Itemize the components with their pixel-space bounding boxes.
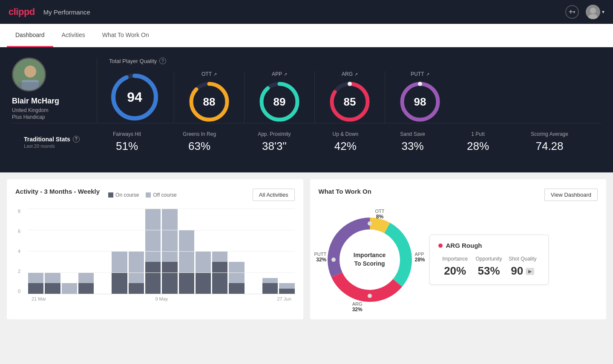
arg-value: 85: [344, 95, 356, 109]
bar-on-course: [78, 283, 94, 294]
bar-group: [112, 209, 127, 294]
info-col-importance: Importance 20%: [438, 256, 472, 278]
bar-group: [229, 209, 244, 294]
bar-off-course: [212, 251, 227, 262]
svg-point-3: [24, 66, 36, 77]
svg-point-23: [404, 258, 408, 262]
all-activities-button[interactable]: All Activities: [253, 189, 295, 201]
stat-scoring: Scoring Average 74.28: [531, 131, 568, 153]
bar-group: [45, 209, 60, 294]
putt-value: 98: [414, 95, 426, 109]
quality-section: Total Player Quality ? 94: [97, 57, 601, 123]
tab-what-to-work-on[interactable]: What To Work On: [94, 24, 158, 47]
player-name: Blair McHarg: [12, 97, 59, 106]
work-title: What To Work On: [319, 188, 371, 195]
trad-stats-help-icon[interactable]: ?: [73, 136, 80, 143]
gauge-putt: PUTT ↗ 98: [385, 71, 455, 123]
arg-segment-label: ARG 32%: [352, 301, 363, 312]
svg-point-25: [331, 258, 336, 262]
bar-on-course: [112, 272, 127, 294]
gauge-arg: ARG ↗ 85: [315, 71, 385, 123]
player-handicap: Plus Handicap: [12, 114, 45, 120]
activity-header: Activity - 3 Months - Weekly On course O…: [15, 188, 295, 202]
bar-group: [28, 209, 43, 294]
plus-icon: +: [569, 8, 573, 17]
header-left: clippd My Performance: [9, 6, 90, 17]
quality-label: Total Player Quality ?: [109, 57, 601, 64]
bar-on-course: [129, 283, 144, 294]
player-country: United Kingdom: [12, 107, 48, 113]
stats-hero: Blair McHarg United Kingdom Plus Handica…: [0, 47, 613, 172]
bar-off-course: [196, 251, 211, 272]
gauge-app: APP ↗ 89: [245, 71, 315, 123]
bar-on-course: [145, 262, 161, 294]
work-content: Importance To Scoring OTT 8% APP 28% ARG…: [319, 209, 598, 311]
user-menu-button[interactable]: ▾: [586, 5, 604, 19]
view-dashboard-button[interactable]: View Dashboard: [544, 189, 598, 201]
svg-point-14: [348, 82, 352, 86]
bar-off-course: [145, 209, 161, 262]
bar-on-course: [212, 262, 227, 294]
bar-on-course: [196, 272, 211, 294]
bar-group: [179, 209, 194, 294]
tabs-nav: Dashboard Activities What To Work On: [0, 24, 613, 47]
work-panel: What To Work On View Dashboard: [310, 179, 607, 319]
bar-on-course: [262, 283, 278, 294]
donut-chart: Importance To Scoring OTT 8% APP 28% ARG…: [319, 209, 421, 311]
quality-help-icon[interactable]: ?: [159, 57, 166, 64]
putt-label: PUTT ↗: [411, 71, 429, 77]
bar-group: [196, 209, 211, 294]
stat-greens: Greens In Reg 63%: [183, 131, 216, 153]
bar-off-course: [162, 209, 177, 262]
bar-group: [246, 209, 261, 294]
bar-on-course: [279, 289, 294, 294]
total-ring: 94: [109, 72, 160, 123]
stat-fairways: Fairways Hit 51%: [113, 131, 141, 153]
bar-off-course: [129, 251, 144, 283]
avatar: [586, 5, 600, 19]
bar-group: [78, 209, 94, 294]
app-value: 89: [273, 95, 286, 109]
bar-off-course: [45, 272, 60, 283]
header: clippd My Performance + ▾ ▾: [0, 0, 613, 24]
off-course-legend-color: [146, 192, 151, 198]
bar-off-course: [62, 283, 77, 294]
bar-group: [262, 209, 278, 294]
stat-1putt: 1 Putt 28%: [467, 131, 489, 153]
svg-point-0: [590, 8, 596, 14]
arg-label: ARG ↗: [342, 71, 358, 77]
putt-segment-label: PUTT 32%: [314, 252, 327, 263]
tab-activities[interactable]: Activities: [53, 24, 94, 47]
bar-off-course: [279, 283, 294, 289]
player-info: Blair McHarg United Kingdom Plus Handica…: [12, 57, 97, 123]
bar-off-course: [78, 272, 94, 283]
chart-legend: On course Off course: [108, 192, 177, 198]
donut-center: Importance To Scoring: [354, 251, 386, 268]
info-col-shot-quality: Shot Quality 90 ▶: [506, 256, 539, 278]
bar-on-course: [229, 283, 244, 294]
add-button[interactable]: + ▾: [565, 5, 579, 19]
putt-trend-icon: ↗: [426, 72, 429, 77]
on-course-legend-color: [108, 192, 113, 198]
chart-container: 8 6 4 2 0: [15, 209, 295, 301]
app-segment-label: APP 28%: [414, 252, 425, 263]
ott-value: 88: [203, 95, 216, 109]
bar-on-course: [28, 283, 43, 294]
bar-group: [129, 209, 144, 294]
stat-sandsave: Sand Save 33%: [400, 131, 425, 153]
gauge-ott: OTT ↗ 88: [174, 71, 245, 123]
tab-dashboard[interactable]: Dashboard: [7, 24, 53, 47]
bar-group: [62, 209, 77, 294]
y-axis-labels: 8 6 4 2 0: [18, 209, 20, 294]
bar-group: [145, 209, 161, 294]
svg-point-24: [368, 294, 372, 298]
work-header: What To Work On View Dashboard: [319, 188, 598, 202]
trad-stats-label: Traditional Stats ? Last 20 rounds: [24, 136, 92, 149]
gauges: 94 OTT ↗ 88: [109, 71, 601, 123]
info-card-title: ARG Rough: [438, 242, 540, 249]
svg-point-22: [368, 221, 372, 226]
ott-label: OTT ↗: [201, 71, 217, 77]
svg-rect-5: [17, 82, 43, 92]
legend-off-course: Off course: [146, 192, 176, 198]
bottom-panels: Activity - 3 Months - Weekly On course O…: [0, 172, 613, 326]
